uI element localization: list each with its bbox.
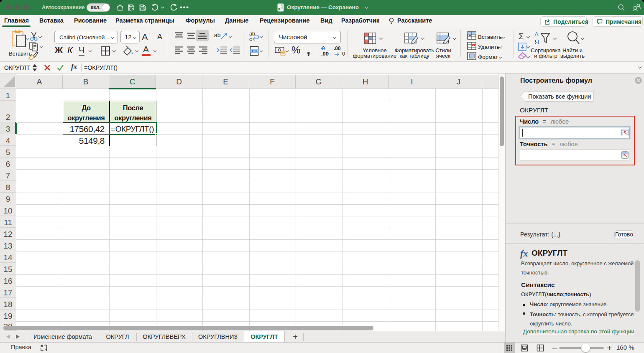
svg-text:0: 0 [342, 51, 345, 57]
svg-text:Я: Я [534, 38, 539, 45]
svg-text:Показать все функции: Показать все функции [528, 93, 591, 100]
svg-text:А: А [534, 30, 539, 38]
svg-text:.00: .00 [334, 46, 341, 51]
svg-text:ab: ab [214, 32, 221, 38]
svg-text:.00: .00 [321, 51, 329, 57]
svg-text:c: c [249, 36, 252, 42]
svg-text:x: x [278, 6, 281, 11]
svg-text:ab: ab [249, 31, 255, 37]
